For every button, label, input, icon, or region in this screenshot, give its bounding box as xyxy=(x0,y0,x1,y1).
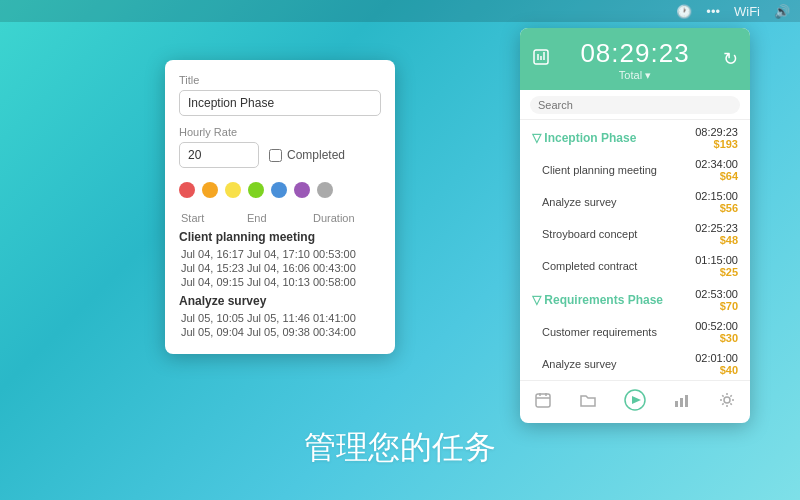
table-row: Jul 05, 09:04 Jul 05, 09:38 00:34:00 xyxy=(179,326,381,338)
footer-text: 管理您的任务 xyxy=(0,426,800,470)
hourly-label: Hourly Rate xyxy=(179,126,381,138)
timer-panel: 08:29:23 Total ▾ ↻ ▽ Inception Phase 08:… xyxy=(520,28,750,423)
phase-money-inception: $193 xyxy=(695,138,738,150)
task-meta: 02:15:00 $56 xyxy=(695,190,738,214)
list-item[interactable]: Analyze survey 02:15:00 $56 xyxy=(520,186,750,218)
wifi-icon: WiFi xyxy=(734,4,760,19)
task-meta: 02:01:00 $40 xyxy=(695,352,738,376)
task-meta: 01:15:00 $25 xyxy=(695,254,738,278)
chart-icon[interactable] xyxy=(673,391,691,413)
svg-rect-12 xyxy=(685,395,688,407)
dots-icon: ••• xyxy=(706,4,720,19)
section-client-planning: Client planning meeting xyxy=(179,230,381,244)
hourly-input[interactable] xyxy=(179,142,259,168)
phase-time-requirements: 02:53:00 xyxy=(695,288,738,300)
svg-rect-11 xyxy=(680,398,683,407)
table-row: Jul 04, 16:17 Jul 04, 17:10 00:53:00 xyxy=(179,248,381,260)
task-meta: 02:34:00 $64 xyxy=(695,158,738,182)
timer-icon xyxy=(532,48,550,70)
svg-marker-9 xyxy=(632,396,641,404)
title-input[interactable] xyxy=(179,90,381,116)
list-item[interactable]: Analyze survey 02:01:00 $40 xyxy=(520,348,750,380)
color-dot-blue[interactable] xyxy=(271,182,287,198)
svg-rect-10 xyxy=(675,401,678,407)
color-dot-green[interactable] xyxy=(248,182,264,198)
timer-display: 08:29:23 xyxy=(532,38,738,69)
phase-meta-requirements: 02:53:00 $70 xyxy=(695,288,738,312)
clock-icon: 🕐 xyxy=(676,4,692,19)
phase-inception[interactable]: ▽ Inception Phase 08:29:23 $193 xyxy=(520,120,750,154)
task-editor-card: Title Hourly Rate Completed Start End Du… xyxy=(165,60,395,354)
phase-title-inception: ▽ Inception Phase xyxy=(532,131,636,145)
menu-bar: 🕐 ••• WiFi 🔊 xyxy=(0,0,800,22)
task-name: Client planning meeting xyxy=(542,164,657,176)
list-item[interactable]: Stroyboard concept 02:25:23 $48 xyxy=(520,218,750,250)
phase-meta-inception: 08:29:23 $193 xyxy=(695,126,738,150)
completed-contract-task: Completed contract xyxy=(542,260,637,272)
color-dot-orange[interactable] xyxy=(202,182,218,198)
list-item[interactable]: Customer requirements 00:52:00 $30 xyxy=(520,316,750,348)
color-dot-yellow[interactable] xyxy=(225,182,241,198)
list-item[interactable]: Completed contract 01:15:00 $25 xyxy=(520,250,750,282)
svg-rect-4 xyxy=(536,394,550,407)
task-list: ▽ Inception Phase 08:29:23 $193 Client p… xyxy=(520,120,750,380)
timer-header: 08:29:23 Total ▾ ↻ xyxy=(520,28,750,90)
completed-label: Completed xyxy=(287,148,345,162)
hourly-row: Completed xyxy=(179,142,381,168)
color-picker[interactable] xyxy=(179,178,381,202)
task-name: Analyze survey xyxy=(542,196,617,208)
list-item[interactable]: Client planning meeting 02:34:00 $64 xyxy=(520,154,750,186)
task-meta: 00:52:00 $30 xyxy=(695,320,738,344)
task-name: Customer requirements xyxy=(542,326,657,338)
table-row: Jul 05, 10:05 Jul 05, 11:46 01:41:00 xyxy=(179,312,381,324)
bottom-toolbar xyxy=(520,380,750,423)
table-row: Jul 04, 09:15 Jul 04, 10:13 00:58:00 xyxy=(179,276,381,288)
color-dot-purple[interactable] xyxy=(294,182,310,198)
task-name: Analyze survey xyxy=(542,358,617,370)
title-label: Title xyxy=(179,74,381,86)
section-analyze-survey: Analyze survey xyxy=(179,294,381,308)
task-name: Stroyboard concept xyxy=(542,228,637,240)
color-dot-red[interactable] xyxy=(179,182,195,198)
refresh-icon[interactable]: ↻ xyxy=(723,48,738,70)
folder-icon[interactable] xyxy=(579,391,597,413)
table-header: Start End Duration xyxy=(179,212,381,224)
volume-icon: 🔊 xyxy=(774,4,790,19)
completed-checkbox[interactable] xyxy=(269,149,282,162)
gear-icon[interactable] xyxy=(718,391,736,413)
color-dot-gray[interactable] xyxy=(317,182,333,198)
svg-point-13 xyxy=(724,397,730,403)
phase-time-inception: 08:29:23 xyxy=(695,126,738,138)
col-start: Start xyxy=(181,212,247,224)
play-icon[interactable] xyxy=(624,389,646,415)
phase-money-requirements: $70 xyxy=(695,300,738,312)
col-duration: Duration xyxy=(313,212,379,224)
task-meta: 02:25:23 $48 xyxy=(695,222,738,246)
timer-total-label[interactable]: Total ▾ xyxy=(532,69,738,82)
search-input[interactable] xyxy=(530,96,740,114)
col-end: End xyxy=(247,212,313,224)
calendar-icon[interactable] xyxy=(534,391,552,413)
completed-checkbox-label[interactable]: Completed xyxy=(269,148,345,162)
phase-title-requirements: ▽ Requirements Phase xyxy=(532,293,663,307)
search-bar xyxy=(520,90,750,120)
table-row: Jul 04, 15:23 Jul 04, 16:06 00:43:00 xyxy=(179,262,381,274)
phase-requirements[interactable]: ▽ Requirements Phase 02:53:00 $70 xyxy=(520,282,750,316)
